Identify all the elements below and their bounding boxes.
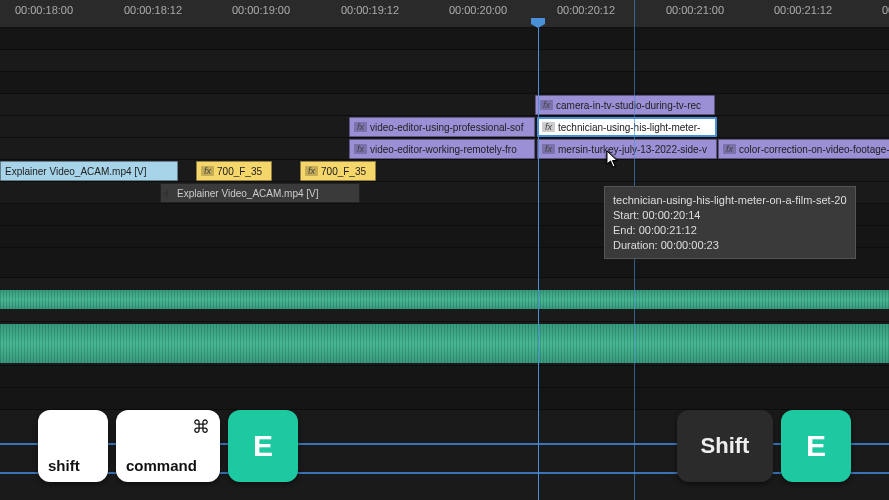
track-row[interactable]: [0, 388, 889, 410]
fx-badge: fx: [542, 144, 555, 154]
clip-label: Explainer Video_ACAM.mp4 [V]: [5, 166, 147, 177]
timecode-tick: 00:00:18:12: [124, 4, 182, 16]
fx-badge: fx: [354, 122, 367, 132]
timecode-tick: 00:00:20:12: [557, 4, 615, 16]
tooltip-duration-value: 00:00:00:23: [661, 239, 719, 251]
timeline-clip[interactable]: fxcolor-correction-on-video-footage-2: [718, 139, 889, 159]
shortcut-group-win: ShiftE: [677, 410, 851, 482]
timeline-clip[interactable]: fxmersin-turkey-july-13-2022-side-v: [537, 139, 717, 159]
clip-label: video-editor-using-professional-sof: [370, 122, 523, 133]
timecode-tick: 00:00:22:00: [882, 4, 889, 16]
keyboard-key: command⌘: [116, 410, 220, 482]
fx-badge: fx: [305, 166, 318, 176]
nested-sequence-icon: [163, 187, 176, 200]
track-row[interactable]: [0, 72, 889, 94]
keyboard-key: shift: [38, 410, 108, 482]
tooltip-start-value: 00:00:20:14: [642, 209, 700, 221]
key-label: Shift: [701, 433, 750, 459]
audio-waveform: [0, 324, 889, 363]
timecode-tick: 00:00:19:00: [232, 4, 290, 16]
keyboard-key: E: [781, 410, 851, 482]
timeline-clip[interactable]: fxtechnician-using-his-light-meter-: [537, 117, 717, 137]
fx-badge: fx: [542, 122, 555, 132]
keyboard-key: E: [228, 410, 298, 482]
key-label: E: [253, 429, 273, 463]
tooltip-end-value: 00:00:21:12: [639, 224, 697, 236]
tooltip-title: technician-using-his-light-meter-on-a-fi…: [613, 193, 847, 208]
audio-track[interactable]: [0, 278, 889, 322]
timecode-tick: 00:00:18:00: [15, 4, 73, 16]
clip-label: mersin-turkey-july-13-2022-side-v: [558, 144, 707, 155]
timecode-tick: 00:00:19:12: [341, 4, 399, 16]
timeline-clip[interactable]: Explainer Video_ACAM.mp4 [V]: [160, 183, 360, 203]
timeline-ruler[interactable]: 00:00:18:0000:00:18:1200:00:19:0000:00:1…: [0, 0, 889, 28]
clip-label: 700_F_35: [217, 166, 262, 177]
track-row[interactable]: fxvideo-editor-using-professional-soffxt…: [0, 116, 889, 138]
tooltip-end-label: End:: [613, 224, 636, 236]
timecode-tick: 00:00:21:00: [666, 4, 724, 16]
tooltip-start-label: Start:: [613, 209, 639, 221]
timeline-clip[interactable]: fx700_F_35: [300, 161, 376, 181]
timeline-clip[interactable]: fxvideo-editor-working-remotely-fro: [349, 139, 535, 159]
fx-badge: fx: [354, 144, 367, 154]
track-row[interactable]: [0, 366, 889, 388]
tooltip-duration-label: Duration:: [613, 239, 658, 251]
fx-badge: fx: [723, 144, 736, 154]
command-icon: ⌘: [192, 416, 210, 438]
audio-track[interactable]: [0, 322, 889, 366]
clip-label: Explainer Video_ACAM.mp4 [V]: [177, 188, 319, 199]
clip-label: color-correction-on-video-footage-2: [739, 144, 889, 155]
clip-label: camera-in-tv-studio-during-tv-rec: [556, 100, 701, 111]
clip-label: video-editor-working-remotely-fro: [370, 144, 517, 155]
track-row[interactable]: fxcamera-in-tv-studio-during-tv-rec: [0, 94, 889, 116]
timeline-clip[interactable]: Explainer Video_ACAM.mp4 [V]: [0, 161, 178, 181]
key-label: E: [806, 429, 826, 463]
keyboard-key: Shift: [677, 410, 773, 482]
cursor-pointer-icon: [606, 150, 620, 171]
clip-label: technician-using-his-light-meter-: [558, 122, 700, 133]
fx-badge: fx: [201, 166, 214, 176]
fx-badge: fx: [540, 100, 553, 110]
track-row[interactable]: fxvideo-editor-working-remotely-frofxmer…: [0, 138, 889, 160]
shortcut-group-mac: shiftcommand⌘E: [38, 410, 298, 482]
timeline-clip[interactable]: fxvideo-editor-using-professional-sof: [349, 117, 535, 137]
key-label: shift: [48, 457, 80, 474]
playhead-line: [538, 28, 539, 500]
clip-label: 700_F_35: [321, 166, 366, 177]
key-label: command: [126, 457, 197, 474]
audio-waveform: [0, 290, 889, 309]
track-row[interactable]: Explainer Video_ACAM.mp4 [V]fx700_F_35fx…: [0, 160, 889, 182]
timecode-tick: 00:00:21:12: [774, 4, 832, 16]
timecode-tick: 00:00:20:00: [449, 4, 507, 16]
clip-tooltip: technician-using-his-light-meter-on-a-fi…: [604, 186, 856, 259]
track-row[interactable]: [0, 28, 889, 50]
timeline-clip[interactable]: fx700_F_35: [196, 161, 272, 181]
track-row[interactable]: [0, 50, 889, 72]
timeline-clip[interactable]: fxcamera-in-tv-studio-during-tv-rec: [535, 95, 715, 115]
